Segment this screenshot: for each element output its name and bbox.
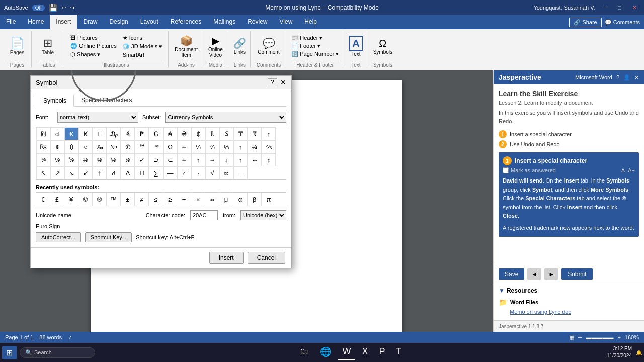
close-btn[interactable]: ✕: [629, 5, 640, 11]
autosave-toggle[interactable]: Off: [32, 5, 45, 11]
undo-icon[interactable]: ↩: [61, 5, 66, 11]
symbol-cell[interactable]: ℗: [121, 140, 135, 153]
resources-arrow-icon[interactable]: ▼: [499, 287, 505, 294]
smartart-btn[interactable]: SmartArt: [121, 51, 165, 58]
recent-cell[interactable]: ™: [107, 193, 121, 206]
taskbar-app-chrome[interactable]: 🌐: [316, 344, 335, 360]
recent-cell[interactable]: ×: [191, 193, 205, 206]
symbol-cell[interactable]: ₰: [121, 127, 135, 140]
cancel-btn[interactable]: Cancel: [248, 252, 285, 264]
symbol-cell[interactable]: ₪: [36, 127, 50, 140]
comments-btn[interactable]: 💬 Comments: [605, 19, 640, 26]
symbol-cell[interactable]: ₳: [163, 127, 177, 140]
tab-help[interactable]: Help: [298, 15, 323, 29]
shapes-btn[interactable]: ⬡ Shapes ▾: [68, 51, 119, 58]
prev-btn[interactable]: ◄: [527, 268, 541, 280]
symbol-cell[interactable]: Ω: [163, 140, 177, 153]
symbol-cell[interactable]: ₱: [135, 127, 149, 140]
tab-layout[interactable]: Layout: [134, 15, 165, 29]
taskbar-app-powerpoint[interactable]: P: [375, 344, 389, 360]
symbol-cell[interactable]: ↖: [36, 166, 50, 179]
taskbar-app-word[interactable]: W: [338, 344, 355, 360]
symbol-cell[interactable]: ·: [191, 166, 205, 179]
symbol-cell[interactable]: ₭: [78, 127, 93, 140]
submit-btn[interactable]: Submit: [561, 268, 592, 280]
recent-cell[interactable]: π: [262, 193, 276, 206]
save-btn[interactable]: Save: [499, 268, 524, 280]
recent-cell[interactable]: £: [50, 193, 64, 206]
symbol-cell[interactable]: ⅙: [50, 153, 64, 166]
redo-icon[interactable]: ↪: [70, 5, 74, 11]
font-select[interactable]: normal text): [57, 112, 138, 123]
3d-models-btn[interactable]: 🧊 3D Models ▾: [121, 43, 165, 50]
zoom-slider[interactable]: ▬▬▬▬▬: [586, 334, 613, 340]
symbol-cell[interactable]: ‰: [93, 140, 107, 153]
symbol-cell[interactable]: ↓: [219, 153, 233, 166]
recent-cell[interactable]: ≤: [149, 193, 163, 206]
mark-answered-checkbox[interactable]: [503, 167, 509, 173]
sidebar-user-icon[interactable]: 👤: [623, 74, 630, 81]
autocorrect-btn[interactable]: AutoCorrect...: [36, 232, 81, 242]
save-icon[interactable]: 💾: [49, 4, 57, 12]
subset-select[interactable]: Currency Symbols: [165, 112, 286, 123]
recent-cell[interactable]: ®: [93, 193, 107, 206]
symbol-cell[interactable]: ∞: [219, 166, 233, 179]
symbol-cell[interactable]: ↑: [191, 153, 205, 166]
symbol-cell[interactable]: ⅔: [205, 140, 219, 153]
symbol-cell[interactable]: ⅗: [36, 153, 50, 166]
symbol-cell[interactable]: ď: [50, 127, 64, 140]
symbol-cell[interactable]: ¢: [50, 140, 64, 153]
online-video-btn[interactable]: ▶ OnlineVideo: [208, 35, 223, 58]
table-btn[interactable]: ⊞ Table: [38, 35, 58, 57]
pictures-btn[interactable]: 🖼 Pictures: [68, 34, 119, 41]
symbol-cell[interactable]: ₸: [233, 127, 248, 140]
tab-home[interactable]: Home: [22, 15, 50, 29]
search-taskbar[interactable]: 🔍 Search: [20, 347, 95, 358]
icons-btn[interactable]: ★ Icons: [121, 34, 165, 42]
zoom-in-btn[interactable]: +: [617, 334, 620, 340]
symbol-cell[interactable]: —: [163, 166, 177, 179]
symbol-cell[interactable]: ↑: [233, 153, 248, 166]
dialog-help-btn[interactable]: ?: [268, 78, 277, 86]
resource-file-link[interactable]: Memo on using Lync.doc: [510, 309, 571, 315]
symbol-cell[interactable]: ↔: [248, 153, 262, 166]
symbols-tab[interactable]: Symbols: [36, 95, 74, 107]
links-btn[interactable]: 🔗 Links: [233, 37, 246, 55]
page-number-btn[interactable]: 🔢 Page Number ▾: [291, 51, 339, 57]
symbol-cell[interactable]: ₯: [107, 127, 121, 140]
symbol-cell[interactable]: ⅝: [107, 153, 121, 166]
symbol-cell[interactable]: ₷: [219, 127, 233, 140]
recent-cell[interactable]: ÷: [177, 193, 191, 206]
symbol-cell[interactable]: ○: [78, 140, 93, 153]
taskbar-app-teams[interactable]: T: [392, 344, 406, 360]
symbol-cell[interactable]: ↑: [233, 140, 248, 153]
recent-cell[interactable]: β: [248, 193, 262, 206]
symbol-cell[interactable]: ™: [149, 140, 163, 153]
symbol-cell[interactable]: ∂: [107, 166, 121, 179]
recent-cell[interactable]: ∞: [205, 193, 219, 206]
footer-btn[interactable]: 📄 Footer ▾: [291, 43, 339, 49]
comment-btn[interactable]: 💬 Comment: [258, 37, 279, 55]
recent-cell[interactable]: ¥: [64, 193, 78, 206]
tab-insert[interactable]: Insert: [50, 15, 77, 29]
symbol-cell[interactable]: ₵: [191, 127, 205, 140]
symbol-cell[interactable]: ⅛: [219, 140, 233, 153]
document-item-btn[interactable]: 📦 DocumentItem: [175, 35, 198, 58]
symbol-cell[interactable]: €: [64, 127, 78, 140]
symbol-cell[interactable]: ¼: [248, 140, 262, 153]
insert-btn[interactable]: Insert: [209, 252, 244, 264]
symbol-cell[interactable]: ⅚: [64, 153, 78, 166]
symbol-cell[interactable]: ∑: [149, 166, 163, 179]
from-select[interactable]: Unicode (hex): [240, 210, 286, 220]
share-btn[interactable]: 🔗 Share: [569, 18, 601, 27]
recent-cell[interactable]: ©: [78, 193, 93, 206]
start-btn[interactable]: ⊞: [2, 346, 17, 359]
sidebar-help-icon[interactable]: ?: [616, 74, 619, 80]
symbol-cell[interactable]: Π: [135, 166, 149, 179]
view-mode-icon[interactable]: ▦: [569, 334, 574, 341]
tab-references[interactable]: References: [165, 15, 207, 29]
symbol-cell[interactable]: ⅛: [78, 153, 93, 166]
symbol-cell[interactable]: Δ: [121, 166, 135, 179]
char-code-input[interactable]: [190, 210, 218, 220]
text-btn[interactable]: A Text: [349, 36, 362, 57]
